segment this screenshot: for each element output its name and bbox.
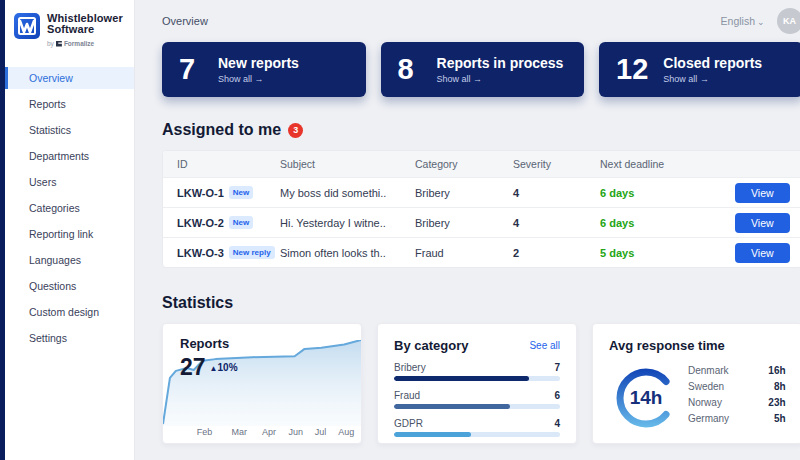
- donut-center-label: 14h: [614, 366, 678, 430]
- byline-text: by: [47, 38, 54, 49]
- legend-country: Norway: [688, 397, 722, 408]
- category-card-title: By category: [394, 338, 468, 353]
- reports-total: 27: [180, 354, 206, 381]
- trend-pct: 10%: [218, 362, 238, 373]
- x-tick-label: Feb: [197, 427, 213, 437]
- stat-card-reports-in-process[interactable]: 8 Reports in process Show all →: [381, 42, 585, 97]
- sidebar-item-reports[interactable]: Reports: [5, 93, 134, 115]
- sidebar-item-settings[interactable]: Settings: [5, 327, 134, 349]
- table-header-row: ID Subject Category Severity Next deadli…: [163, 151, 800, 177]
- statistics-cards-row: Reports 27 ▲10% F: [162, 323, 800, 444]
- sidebar-item-categories[interactable]: Categories: [5, 197, 134, 219]
- language-label: English: [721, 15, 755, 27]
- status-badge: New: [229, 216, 253, 229]
- category-label: GDPR: [394, 418, 423, 429]
- assigned-count-badge: 3: [288, 123, 303, 138]
- category-bar-row: Bribery 7: [394, 362, 560, 381]
- sidebar-item-overview[interactable]: Overview: [5, 67, 134, 89]
- stat-label: Reports in process: [437, 56, 564, 71]
- show-all-link[interactable]: Show all →: [218, 74, 299, 84]
- sidebar-item-custom-design[interactable]: Custom design: [5, 301, 134, 323]
- sidebar-item-reporting-link[interactable]: Reporting link: [5, 223, 134, 245]
- status-badge: New reply: [229, 246, 275, 259]
- category-bar-track: [394, 376, 560, 381]
- sidebar-item-departments[interactable]: Departments: [5, 145, 134, 167]
- category-label: Fraud: [394, 390, 420, 401]
- severity-value: 4: [513, 187, 519, 199]
- show-all-link[interactable]: Show all →: [663, 74, 762, 84]
- main-content: Overview English⌄ KA 7 New reports Show …: [135, 0, 800, 460]
- table-row: LKW-O-2 New Hi. Yesterday I witne.. Brib…: [163, 207, 800, 237]
- brand-name-line2: Software: [47, 24, 123, 35]
- category-bar-fill: [394, 376, 529, 381]
- language-selector[interactable]: English⌄: [721, 15, 765, 27]
- brand-byline: by Formalize: [47, 38, 123, 49]
- legend-country: Sweden: [688, 381, 724, 392]
- deadline-value: 5 days: [600, 247, 634, 259]
- legend-value: 23h: [768, 397, 785, 408]
- stat-card-closed-reports[interactable]: 12 Closed reports Show all →: [599, 42, 800, 97]
- avatar[interactable]: KA: [777, 8, 800, 34]
- sidebar-item-users[interactable]: Users: [5, 171, 134, 193]
- category-value: 6: [554, 390, 560, 401]
- view-button[interactable]: View: [735, 213, 790, 233]
- report-id: LKW-O-1: [177, 187, 224, 199]
- show-all-link[interactable]: Show all →: [437, 74, 564, 84]
- category-bar-row: Fraud 6: [394, 390, 560, 409]
- category-bar-fill: [394, 432, 471, 437]
- category-bar-row: GDPR 4: [394, 418, 560, 437]
- sidebar-item-questions[interactable]: Questions: [5, 275, 134, 297]
- view-button[interactable]: View: [735, 243, 790, 263]
- stat-count: 8: [398, 53, 422, 86]
- legend-row: Denmark 16h: [688, 362, 786, 378]
- table-row: LKW-O-1 New My boss did somethi.. Briber…: [163, 177, 800, 207]
- header-id: ID: [177, 158, 280, 170]
- stat-count: 7: [179, 53, 203, 86]
- severity-value: 2: [513, 247, 519, 259]
- stat-cards-row: 7 New reports Show all → 8 Reports in pr…: [162, 42, 800, 97]
- response-time-card: Avg response time 14h Denmark 16h: [592, 323, 800, 444]
- legend-value: 8h: [774, 381, 786, 392]
- brand-text: Whistleblower Software by Formalize: [47, 13, 123, 49]
- topbar-right: English⌄ KA: [721, 8, 800, 34]
- category-bar-track: [394, 404, 560, 409]
- view-button[interactable]: View: [735, 183, 790, 203]
- header-severity: Severity: [513, 158, 600, 170]
- deadline-value: 6 days: [600, 217, 634, 229]
- response-card-title: Avg response time: [609, 338, 786, 353]
- legend-row: Norway 23h: [688, 394, 786, 410]
- status-badge: New: [229, 186, 253, 199]
- sidebar-item-statistics[interactable]: Statistics: [5, 119, 134, 141]
- header-subject: Subject: [280, 158, 415, 170]
- brand-company: Formalize: [64, 38, 94, 49]
- response-donut-chart: 14h: [614, 366, 678, 430]
- x-tick-label: Jul: [315, 427, 327, 437]
- report-subject: Hi. Yesterday I witne..: [280, 217, 415, 229]
- response-legend: Denmark 16h Sweden 8h Norway 23h Germany…: [688, 362, 786, 426]
- stat-card-new-reports[interactable]: 7 New reports Show all →: [162, 42, 366, 97]
- legend-row: Germany 5h: [688, 410, 786, 426]
- category-label: Bribery: [394, 362, 426, 373]
- legend-value: 16h: [768, 365, 785, 376]
- category-bar-track: [394, 432, 560, 437]
- reports-chart-card: Reports 27 ▲10% F: [162, 323, 362, 444]
- trend-indicator: ▲10%: [210, 362, 238, 373]
- x-tick-label: Mar: [231, 427, 247, 437]
- see-all-link[interactable]: See all: [529, 340, 560, 351]
- x-tick-label: Apr: [262, 427, 276, 437]
- stat-count: 12: [616, 53, 648, 86]
- legend-country: Germany: [688, 413, 729, 424]
- report-subject: My boss did somethi..: [280, 187, 415, 199]
- trend-up-icon: ▲: [210, 364, 218, 373]
- sidebar-nav: Overview Reports Statistics Departments …: [5, 67, 134, 353]
- sidebar: Whistleblower Software by Formalize Over…: [0, 0, 135, 460]
- topbar: Overview English⌄ KA: [162, 0, 800, 42]
- report-id: LKW-O-3: [177, 247, 224, 259]
- stat-label: New reports: [218, 56, 299, 71]
- arrow-right-icon: →: [700, 74, 709, 84]
- reports-x-ticks: FebMarAprJunJulAug: [163, 427, 361, 438]
- sidebar-item-languages[interactable]: Languages: [5, 249, 134, 271]
- arrow-right-icon: →: [473, 74, 482, 84]
- statistics-section-head: Statistics: [162, 294, 800, 312]
- report-category: Bribery: [415, 187, 513, 199]
